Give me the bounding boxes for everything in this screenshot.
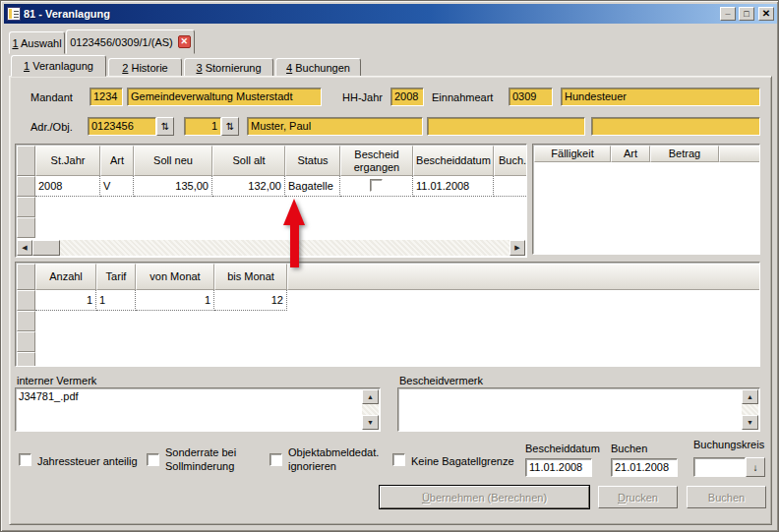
cell-bescheiddatum[interactable]: 11.01.2008 (413, 176, 494, 197)
cell-bis-monat[interactable]: 12 (214, 290, 287, 311)
cell-anzahl[interactable]: 1 (35, 290, 96, 311)
bagatellgrenze-checkbox[interactable] (392, 453, 405, 466)
col-header-status[interactable]: Status (285, 146, 340, 176)
scroll-down-icon[interactable]: ▼ (742, 415, 758, 430)
hhjahr-label: HH-Jahr (342, 91, 383, 103)
scroll-up-icon[interactable]: ▲ (742, 389, 758, 404)
col-header-tarif[interactable]: Tarif (96, 264, 136, 290)
annotation-arrow-icon (283, 199, 305, 267)
buchen-date-label: Buchen (611, 443, 647, 454)
jahressteuer-label: Jahressteuer anteilig (37, 454, 138, 468)
mandant-name-field[interactable]: Gemeindeverwaltung Musterstadt (127, 88, 322, 106)
uebernehmen-button-label: Übernehmen (Berechnen) (422, 492, 547, 503)
tab-veranlagung[interactable]: 1 Veranlagung (11, 55, 106, 77)
col-header-buch[interactable]: Buch. (494, 146, 527, 176)
col-header-bescheiddatum[interactable]: Bescheiddatum (413, 146, 494, 176)
tab-veranlagung-label: 1 Veranlagung (24, 60, 93, 72)
col-header-faelligkeit[interactable]: Fälligkeit (534, 146, 611, 162)
uebernehmen-button[interactable]: Übernehmen (Berechnen) (380, 486, 589, 508)
row-selector[interactable] (17, 331, 35, 352)
buchungskreis-dropdown-icon[interactable]: ↓ (746, 457, 765, 477)
scroll-right-icon[interactable]: ▶ (509, 240, 525, 256)
bescheidvermerk-textarea[interactable]: ▲ ▼ (397, 387, 760, 432)
row-selector[interactable] (17, 311, 35, 331)
objektabmeldedat-checkbox[interactable] (270, 453, 282, 466)
col-header-stjahr[interactable]: St.Jahr (35, 146, 100, 176)
row-selector[interactable] (17, 217, 35, 238)
tab-auswahl-label: 1 Auswahl (12, 37, 61, 49)
bescheiddatum-label: Bescheiddatum (525, 443, 600, 454)
person-name-field[interactable]: Muster, Paul (247, 117, 423, 136)
adresse-field[interactable]: 0123456 (88, 117, 156, 136)
cell-buch[interactable] (494, 176, 527, 197)
col-header-soll-alt[interactable]: Soll alt (212, 146, 285, 176)
col-header-art[interactable]: Art (100, 146, 134, 176)
buchen-date-input[interactable]: 21.01.2008 (611, 458, 678, 477)
tab-historie[interactable]: 2 Historie (108, 58, 182, 77)
address-extra1-field[interactable] (427, 117, 585, 136)
veranlagung-grid: St.Jahr Art Soll neu Soll alt Status Bes… (15, 144, 527, 258)
cell-status[interactable]: Bagatelle (285, 176, 340, 197)
cell-bescheid-ergangen[interactable] (340, 176, 413, 197)
tab-document-label: 0123456/0309/1/(AS) (70, 36, 173, 48)
jahressteuer-checkbox[interactable] (19, 453, 31, 466)
col-header-bescheid-ergangen[interactable]: Bescheid ergangen (340, 146, 413, 176)
app-window: 81 - Veranlagung _ □ ✕ 1 Auswahl 0123456… (0, 0, 779, 532)
row-selector[interactable] (17, 352, 35, 367)
scroll-down-icon[interactable]: ▼ (362, 415, 379, 430)
tab-document[interactable]: 0123456/0309/1/(AS) ✕ (66, 30, 195, 54)
bescheiddatum-input[interactable]: 11.01.2008 (525, 458, 592, 477)
cell-tarif[interactable]: 1 (96, 290, 136, 311)
hscrollbar-thumb[interactable] (32, 240, 60, 256)
scroll-left-icon[interactable]: ◀ (17, 240, 32, 256)
col-header-filler (287, 264, 760, 290)
bescheid-ergangen-checkbox[interactable] (370, 179, 383, 192)
sonderrate-checkbox[interactable] (147, 453, 159, 466)
row-selector[interactable] (17, 264, 35, 290)
col-header-bis-monat[interactable]: bis Monat (214, 264, 287, 290)
tab-auswahl[interactable]: 1 Auswahl (9, 31, 65, 54)
cell-soll-neu[interactable]: 135,00 (134, 176, 212, 197)
bagatellgrenze-label: Keine Bagatellgrenze (411, 454, 514, 468)
cell-stjahr[interactable]: 2008 (35, 176, 100, 197)
tab-close-icon[interactable]: ✕ (178, 35, 191, 48)
scroll-up-icon[interactable]: ▲ (362, 389, 379, 404)
buchungskreis-input[interactable] (693, 457, 746, 477)
hhjahr-field[interactable]: 2008 (390, 88, 424, 106)
interner-vermerk-text: J34781_.pdf (19, 390, 360, 402)
mandant-code-field[interactable]: 1234 (90, 88, 123, 106)
minimize-icon[interactable]: _ (720, 7, 736, 21)
form-icon (7, 7, 21, 21)
mandant-label: Mandant (30, 91, 73, 103)
row-selector[interactable] (17, 290, 35, 311)
close-icon[interactable]: ✕ (758, 7, 774, 21)
col-header-anzahl[interactable]: Anzahl (35, 264, 96, 290)
objekt-spinner-icon[interactable]: ⇅ (221, 117, 239, 136)
objekt-field[interactable]: 1 (184, 117, 221, 136)
cell-art[interactable]: V (100, 176, 134, 197)
row-selector[interactable] (17, 197, 35, 217)
hscrollbar-track[interactable] (17, 240, 525, 256)
row-selector[interactable] (17, 176, 35, 197)
objektabmeldedat-label: Objektabmeldedat. ignorieren (288, 445, 390, 473)
col-header-soll-neu[interactable]: Soll neu (134, 146, 212, 176)
tab-buchungen[interactable]: 4 Buchungen (275, 58, 361, 77)
adresse-spinner-icon[interactable]: ⇅ (156, 117, 174, 136)
col-header-von-monat[interactable]: von Monat (136, 264, 214, 290)
buchen-button[interactable]: Buchen (687, 486, 766, 508)
tab-stornierung[interactable]: 3 Stornierung (184, 58, 273, 77)
faelligkeit-grid: Fälligkeit Art Betrag (532, 144, 760, 255)
einnahmeart-code-field[interactable]: 0309 (509, 88, 553, 106)
maximize-icon[interactable]: □ (739, 7, 754, 21)
col-header-faellig-art[interactable]: Art (611, 146, 650, 162)
col-header-betrag[interactable]: Betrag (650, 146, 719, 162)
drucken-button[interactable]: Drucken (598, 486, 678, 508)
col-header-empty[interactable] (719, 146, 760, 162)
row-selector[interactable] (17, 146, 35, 176)
interner-vermerk-textarea[interactable]: J34781_.pdf ▲ ▼ (15, 387, 381, 432)
einnahmeart-name-field[interactable]: Hundesteuer (561, 88, 760, 106)
cell-soll-alt[interactable]: 132,00 (212, 176, 285, 197)
cell-von-monat[interactable]: 1 (136, 290, 214, 311)
interner-vermerk-label: interner Vermerk (17, 375, 96, 386)
address-extra2-field[interactable] (591, 117, 760, 136)
